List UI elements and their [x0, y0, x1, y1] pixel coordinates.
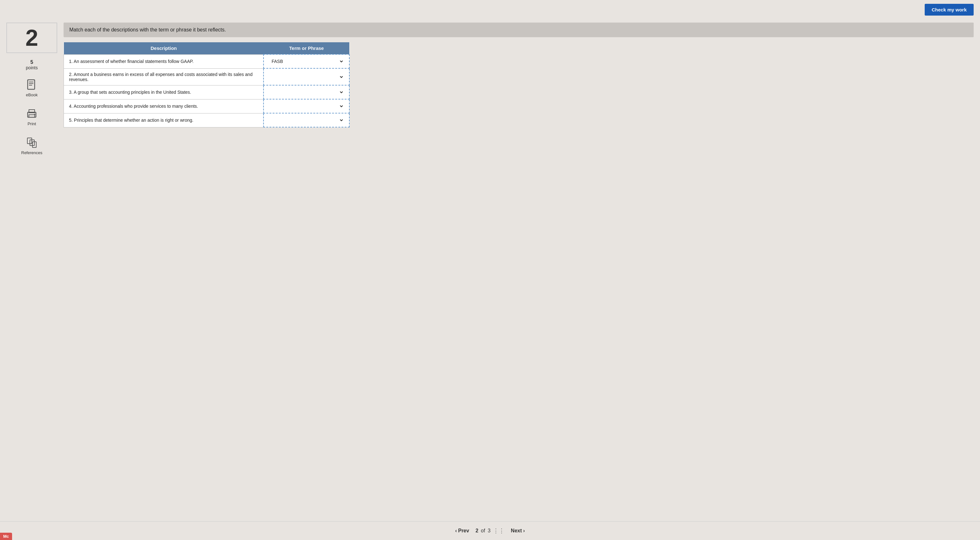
references-icon [25, 137, 38, 149]
term-cell-1[interactable]: FASBNet IncomeGAAPAuditCPAEthicsSECAICPA [264, 54, 349, 68]
next-button[interactable]: Next › [511, 528, 525, 534]
svg-point-7 [34, 114, 35, 115]
description-cell-1: 1. An assessment of whether financial st… [64, 54, 264, 68]
term-select-2[interactable]: FASBNet IncomeGAAPAuditCPAEthicsSECAICPA [269, 73, 344, 80]
ebook-button[interactable]: eBook [24, 76, 40, 99]
grid-icon[interactable]: ⋮⋮ [493, 527, 504, 534]
description-cell-4: 4. Accounting professionals who provide … [64, 99, 264, 113]
term-select-3[interactable]: FASBNet IncomeGAAPAuditCPAEthicsSECAICPA [269, 89, 344, 96]
print-icon [25, 107, 38, 120]
col-description-header: Description [64, 42, 264, 54]
print-label: Print [28, 121, 36, 126]
table-row: 1. An assessment of whether financial st… [64, 54, 350, 68]
question-number: 2 [6, 22, 57, 53]
ebook-label: eBook [26, 92, 38, 97]
content-area: Match each of the descriptions with the … [64, 22, 974, 157]
bottom-navigation: ‹ Prev 2 of 3 ⋮⋮ Next › [0, 521, 980, 540]
prev-button[interactable]: ‹ Prev [455, 528, 469, 534]
sidebar: 2 5 points eBook [6, 22, 57, 157]
description-cell-3: 3. A group that sets accounting principl… [64, 85, 264, 99]
term-select-4[interactable]: FASBNet IncomeGAAPAuditCPAEthicsSECAICPA [269, 103, 344, 110]
term-cell-5[interactable]: FASBNet IncomeGAAPAuditCPAEthicsSECAICPA [264, 113, 349, 127]
check-my-work-button[interactable]: Check my work [925, 4, 974, 16]
table-row: 4. Accounting professionals who provide … [64, 99, 350, 113]
table-row: 3. A group that sets accounting principl… [64, 85, 350, 99]
main-container: 2 5 points eBook [0, 19, 980, 160]
top-bar: Check my work [0, 0, 980, 19]
prev-chevron-icon: ‹ [455, 528, 457, 534]
svg-rect-0 [28, 80, 35, 89]
term-cell-2[interactable]: FASBNet IncomeGAAPAuditCPAEthicsSECAICPA [264, 68, 349, 85]
next-chevron-icon: › [523, 528, 525, 534]
term-cell-3[interactable]: FASBNet IncomeGAAPAuditCPAEthicsSECAICPA [264, 85, 349, 99]
mc-badge: Mc [0, 533, 12, 540]
instruction-bar: Match each of the descriptions with the … [64, 22, 974, 37]
points-value: 5 [26, 59, 38, 65]
col-term-header: Term or Phrase [264, 42, 349, 54]
print-button[interactable]: Print [24, 105, 40, 128]
current-page: 2 [476, 528, 479, 534]
svg-rect-3 [29, 85, 32, 86]
of-label: of [481, 528, 485, 534]
points-label: 5 points [26, 59, 38, 70]
table-row: 5. Principles that determine whether an … [64, 113, 350, 127]
table-row: 2. Amount a business earns in excess of … [64, 68, 350, 85]
table-header-row: Description Term or Phrase [64, 42, 350, 54]
term-select-5[interactable]: FASBNet IncomeGAAPAuditCPAEthicsSECAICPA [269, 117, 344, 124]
references-label: References [21, 150, 42, 155]
description-cell-5: 5. Principles that determine whether an … [64, 113, 264, 127]
ebook-icon [25, 78, 38, 91]
total-pages: 3 [488, 528, 490, 534]
svg-rect-2 [29, 83, 33, 84]
term-select-1[interactable]: FASBNet IncomeGAAPAuditCPAEthicsSECAICPA [269, 58, 344, 65]
references-button[interactable]: References [19, 135, 44, 157]
description-cell-2: 2. Amount a business earns in excess of … [64, 68, 264, 85]
term-cell-4[interactable]: FASBNet IncomeGAAPAuditCPAEthicsSECAICPA [264, 99, 349, 113]
points-text: points [26, 65, 38, 70]
page-info: 2 of 3 ⋮⋮ [476, 527, 504, 534]
match-table: Description Term or Phrase 1. An assessm… [64, 42, 350, 127]
svg-rect-1 [29, 82, 33, 82]
